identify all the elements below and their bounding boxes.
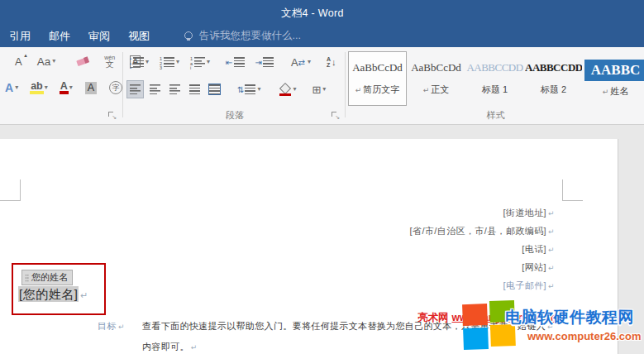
text-effects-button[interactable]: A▾ bbox=[2, 79, 21, 97]
style-heading-1[interactable]: AABBCCDD 标题 1 bbox=[465, 51, 524, 106]
highlight-color-button[interactable]: ab▾ bbox=[27, 79, 51, 97]
clear-formatting-button[interactable] bbox=[74, 52, 93, 70]
align-right-button[interactable] bbox=[166, 80, 184, 98]
document-canvas: [街道地址]↵ [省/市/自治区，市/县，邮政编码]↵ [电话]↵ [网站]↵ … bbox=[0, 125, 644, 354]
character-shading-button[interactable]: A bbox=[82, 79, 100, 97]
tell-me-placeholder: 告诉我您想要做什么... bbox=[199, 29, 301, 43]
styles-group-label: 样式 bbox=[347, 109, 644, 122]
align-center-button[interactable] bbox=[146, 80, 164, 98]
distribute-button[interactable] bbox=[206, 80, 223, 98]
decrease-indent-button[interactable]: ⇤ bbox=[222, 53, 247, 71]
watermark-computer26-title: 电脑软硬件教程网 bbox=[505, 307, 634, 328]
chevron-down-icon: ▾ bbox=[257, 86, 260, 93]
paragraph-group-label: 段落 bbox=[124, 109, 346, 122]
phonetic-guide-icon: wén 文 bbox=[104, 55, 115, 69]
lightbulb-icon bbox=[184, 31, 193, 41]
content-control-tag[interactable]: 您的姓名 bbox=[21, 270, 73, 285]
eraser-icon bbox=[77, 56, 89, 66]
justify-icon bbox=[189, 84, 200, 94]
paint-bucket-icon bbox=[279, 84, 291, 94]
multilevel-list-icon: 1ai bbox=[190, 57, 193, 67]
chevron-down-icon: ▾ bbox=[15, 84, 18, 91]
line-spacing-icon: ⇅ bbox=[237, 85, 244, 94]
grow-font-icon: A bbox=[15, 55, 22, 68]
change-case-icon: Aa bbox=[37, 55, 51, 68]
style-normal[interactable]: AaBbCcDd ↵正文 bbox=[407, 51, 465, 106]
margin-corner-mark bbox=[562, 179, 583, 201]
tab-view[interactable]: 视图 bbox=[119, 25, 159, 48]
field-website[interactable]: [网站]↵ bbox=[410, 259, 555, 277]
font-dialog-launcher[interactable] bbox=[107, 111, 116, 119]
name-placeholder[interactable]: [您的姓名]↵ bbox=[18, 287, 88, 303]
phonetic-guide-button[interactable]: wén 文 bbox=[101, 52, 118, 70]
distribute-icon bbox=[209, 84, 220, 94]
title-bar: 文档4 - Word bbox=[0, 0, 644, 25]
grow-font-button[interactable]: A bbox=[12, 52, 26, 70]
justify-button[interactable] bbox=[186, 80, 203, 98]
field-street-address[interactable]: [街道地址]↵ bbox=[410, 204, 555, 222]
style-resume-text[interactable]: AaBbCcDd ↵简历文字 bbox=[348, 51, 407, 106]
paragraph-mark-icon: ↵ bbox=[548, 264, 555, 272]
borders-icon: ⊞ bbox=[312, 84, 321, 96]
tab-review[interactable]: 审阅 bbox=[79, 25, 119, 48]
chevron-down-icon: ▾ bbox=[52, 58, 55, 65]
chevron-down-icon: ▾ bbox=[207, 59, 210, 65]
increase-indent-button[interactable]: ⇥ bbox=[252, 53, 277, 71]
paragraph-mark-icon: ↵ bbox=[548, 282, 555, 290]
paragraph-mark-icon: ↵ bbox=[80, 290, 88, 300]
sort-icon: AZ bbox=[327, 56, 331, 68]
character-shading-icon: A bbox=[85, 82, 97, 94]
field-email[interactable]: [电子邮件]↵ bbox=[410, 277, 555, 295]
font-color-button[interactable]: A▾ bbox=[57, 79, 76, 97]
multilevel-list-button[interactable]: 1ai▾ bbox=[187, 53, 213, 71]
linked-style-icon: ↵ bbox=[423, 86, 430, 94]
chevron-down-icon: ▾ bbox=[293, 86, 296, 93]
align-left-icon bbox=[130, 84, 141, 94]
ribbon-tab-bar: 引用 邮件 审阅 视图 告诉我您想要做什么... bbox=[0, 25, 644, 47]
styles-gallery: AaBbCcDd ↵简历文字 AaBbCcDd ↵正文 AABBCCDD 标题 … bbox=[348, 51, 644, 106]
margin-corner-mark bbox=[0, 179, 21, 201]
drag-handle-icon[interactable] bbox=[25, 274, 29, 282]
text-effects-icon: A bbox=[5, 81, 13, 94]
shading-button[interactable]: ▾ bbox=[276, 80, 299, 98]
chevron-down-icon: ▾ bbox=[176, 59, 179, 65]
line-spacing-button[interactable]: ⇅▾ bbox=[234, 80, 264, 98]
document-page[interactable]: [街道地址]↵ [省/市/自治区，市/县，邮政编码]↵ [电话]↵ [网站]↵ … bbox=[0, 139, 618, 354]
tab-mailings[interactable]: 邮件 bbox=[40, 25, 79, 48]
paragraph-mark-icon: ↵ bbox=[548, 227, 555, 236]
chevron-down-icon: ▾ bbox=[308, 59, 311, 65]
tell-me-box[interactable]: 告诉我您想要做什么... bbox=[184, 29, 301, 43]
field-province-city-postal[interactable]: [省/市/自治区，市/县，邮政编码]↵ bbox=[410, 222, 555, 241]
enclose-characters-icon: 字 bbox=[109, 81, 122, 94]
align-left-button[interactable] bbox=[126, 80, 144, 98]
numbering-button[interactable]: 123▾ bbox=[156, 53, 183, 71]
paragraph-mark-icon: ↵ bbox=[118, 323, 125, 331]
style-name[interactable]: AABBC ↵姓名 bbox=[583, 51, 644, 106]
borders-button[interactable]: ⊞▾ bbox=[308, 80, 329, 98]
increase-indent-icon: ⇥ bbox=[255, 58, 262, 67]
asian-layout-button[interactable]: A⇄▾ bbox=[288, 53, 314, 71]
contact-fields: [街道地址]↵ [省/市/自治区，市/县，邮政编码]↵ [电话]↵ [网站]↵ … bbox=[410, 204, 555, 295]
chevron-down-icon: ▾ bbox=[69, 84, 73, 91]
paragraph-mark-icon: ↵ bbox=[548, 246, 555, 254]
objective-heading: 目标↵ bbox=[98, 320, 125, 332]
chevron-down-icon: ▾ bbox=[145, 59, 149, 65]
tab-references[interactable]: 引用 bbox=[0, 25, 40, 48]
watermark-computer26-url: www.computer26.com bbox=[527, 330, 642, 342]
ribbon: A Aa▾ wén 文 A A▾ ab▾ A▾ A 字 •••▾ 123▾ 1a… bbox=[0, 47, 644, 125]
decrease-indent-icon: ⇤ bbox=[226, 58, 232, 67]
change-case-button[interactable]: Aa▾ bbox=[34, 52, 60, 70]
asian-layout-icon: A bbox=[291, 56, 298, 69]
sort-button[interactable]: AZ ↓ bbox=[323, 53, 340, 71]
annotation-red-box: 您的姓名 [您的姓名]↵ bbox=[12, 263, 106, 315]
style-heading-2[interactable]: AABBCCDD 标题 2 bbox=[524, 51, 583, 106]
bullets-button[interactable]: •••▾ bbox=[126, 53, 152, 71]
paragraph-mark-icon: ↵ bbox=[191, 343, 198, 352]
align-center-icon bbox=[150, 84, 160, 94]
body-text-line-2: 内容即可。↵ bbox=[142, 341, 198, 353]
chevron-down-icon: ▾ bbox=[45, 84, 48, 91]
chevron-down-icon: ▾ bbox=[322, 86, 326, 93]
field-phone[interactable]: [电话]↵ bbox=[410, 241, 555, 259]
font-color-icon: A bbox=[60, 81, 68, 95]
paragraph-dialog-launcher[interactable] bbox=[331, 111, 339, 119]
